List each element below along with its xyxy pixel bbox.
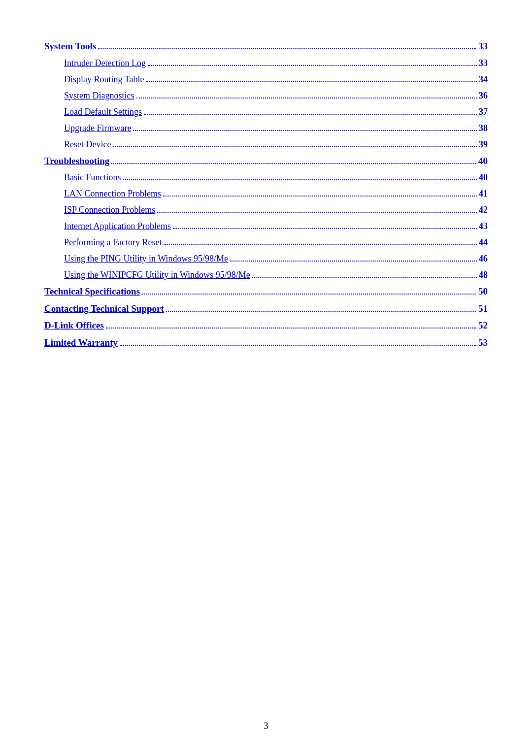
- toc-entry-6: Reset Device39: [44, 138, 488, 151]
- toc-entry-13: Using the PING Utility in Windows 95/98/…: [44, 252, 488, 265]
- toc-entry-8: Basic Functions40: [44, 171, 488, 184]
- page: System Tools33Intruder Detection Log33Di…: [0, 0, 532, 756]
- toc-page-12: 44: [479, 236, 488, 249]
- toc-entry-17: D-Link Offices52: [44, 319, 488, 333]
- toc-dots-8: [123, 179, 477, 180]
- toc-entry-2: Display Routing Table34: [44, 73, 488, 86]
- toc-link-10[interactable]: ISP Connection Problems: [64, 203, 155, 217]
- toc-dots-18: [120, 345, 476, 346]
- toc-dots-4: [144, 114, 477, 115]
- toc-page-5: 38: [479, 122, 488, 135]
- toc-link-9[interactable]: LAN Connection Problems: [64, 187, 161, 200]
- toc-entry-4: Load Default Settings37: [44, 105, 488, 119]
- toc-link-0[interactable]: System Tools: [44, 39, 96, 54]
- toc-dots-13: [230, 261, 477, 262]
- toc-entry-18: Limited Warranty53: [44, 336, 488, 350]
- toc-entry-7: Troubleshooting40: [44, 154, 488, 168]
- toc-link-16[interactable]: Contacting Technical Support: [44, 302, 164, 316]
- toc-page-3: 36: [479, 89, 488, 102]
- toc-entry-0: System Tools33: [44, 39, 488, 54]
- toc-entry-11: Internet Application Problems43: [44, 220, 488, 233]
- toc-entry-16: Contacting Technical Support51: [44, 302, 488, 316]
- toc-page-16: 51: [478, 302, 488, 316]
- toc-link-5[interactable]: Upgrade Firmware: [64, 122, 131, 135]
- toc-page-10: 42: [479, 203, 488, 217]
- toc-page-18: 53: [478, 336, 488, 350]
- toc-page-7: 40: [478, 154, 488, 168]
- toc-dots-16: [166, 311, 476, 312]
- toc-dots-15: [142, 294, 476, 295]
- toc-page-0: 33: [478, 39, 488, 54]
- toc-dots-17: [106, 328, 476, 329]
- toc-page-11: 43: [479, 220, 488, 233]
- toc-link-1[interactable]: Intruder Detection Log: [64, 57, 146, 70]
- toc-dots-11: [173, 228, 477, 229]
- toc-dots-6: [113, 146, 477, 147]
- toc-page-2: 34: [479, 73, 488, 86]
- toc-page-4: 37: [479, 105, 488, 119]
- toc-dots-3: [136, 98, 477, 99]
- toc-link-2[interactable]: Display Routing Table: [64, 73, 144, 86]
- toc-page-13: 46: [479, 252, 488, 265]
- toc-link-13[interactable]: Using the PING Utility in Windows 95/98/…: [64, 252, 228, 265]
- toc-dots-7: [111, 163, 476, 164]
- toc-page-9: 41: [479, 187, 488, 200]
- toc-entry-3: System Diagnostics36: [44, 89, 488, 102]
- toc-dots-1: [148, 65, 477, 66]
- toc-entry-5: Upgrade Firmware38: [44, 122, 488, 135]
- toc-entry-14: Using the WINIPCFG Utility in Windows 95…: [44, 268, 488, 282]
- toc-page-15: 50: [478, 285, 488, 299]
- toc-dots-14: [252, 277, 477, 278]
- toc-link-3[interactable]: System Diagnostics: [64, 89, 134, 102]
- toc-entry-12: Performing a Factory Reset44: [44, 236, 488, 249]
- toc-page-8: 40: [479, 171, 488, 184]
- toc-dots-0: [98, 48, 476, 49]
- toc-link-12[interactable]: Performing a Factory Reset: [64, 236, 162, 249]
- toc-entry-15: Technical Specifications50: [44, 285, 488, 299]
- toc-link-11[interactable]: Internet Application Problems: [64, 220, 171, 233]
- toc-link-14[interactable]: Using the WINIPCFG Utility in Windows 95…: [64, 268, 250, 282]
- toc-link-15[interactable]: Technical Specifications: [44, 285, 140, 299]
- toc-page-6: 39: [479, 138, 488, 151]
- toc-dots-9: [163, 196, 477, 197]
- toc-link-7[interactable]: Troubleshooting: [44, 154, 109, 168]
- toc-link-18[interactable]: Limited Warranty: [44, 336, 118, 350]
- toc-dots-12: [164, 244, 477, 245]
- toc-entry-1: Intruder Detection Log33: [44, 57, 488, 70]
- toc-link-17[interactable]: D-Link Offices: [44, 319, 104, 333]
- toc-link-4[interactable]: Load Default Settings: [64, 105, 142, 119]
- toc-page-17: 52: [478, 319, 488, 333]
- toc-entry-9: LAN Connection Problems41: [44, 187, 488, 200]
- toc-dots-2: [146, 81, 477, 82]
- toc-link-6[interactable]: Reset Device: [64, 138, 111, 151]
- toc-dots-10: [157, 212, 477, 213]
- toc-page-1: 33: [479, 57, 488, 70]
- toc-page-14: 48: [479, 268, 488, 282]
- page-number: 3: [264, 721, 268, 731]
- toc-dots-5: [133, 130, 477, 131]
- table-of-contents: System Tools33Intruder Detection Log33Di…: [44, 39, 488, 350]
- toc-link-8[interactable]: Basic Functions: [64, 171, 121, 184]
- toc-entry-10: ISP Connection Problems42: [44, 203, 488, 217]
